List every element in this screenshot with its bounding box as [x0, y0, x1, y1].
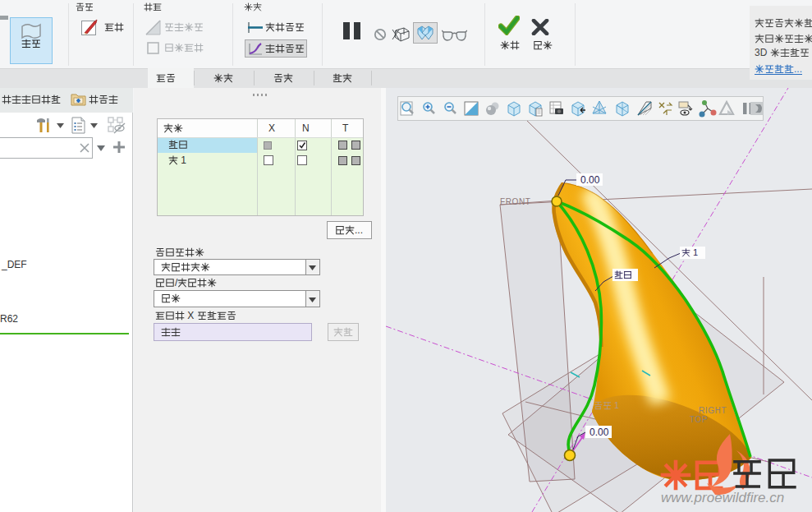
- svg-text:0.00: 0.00: [590, 427, 609, 438]
- svg-text:FRONT: FRONT: [500, 197, 530, 206]
- svg-text:0.00: 0.00: [580, 174, 600, 186]
- svg-text:RIGHT: RIGHT: [699, 406, 727, 415]
- svg-text:TOP: TOP: [690, 415, 708, 424]
